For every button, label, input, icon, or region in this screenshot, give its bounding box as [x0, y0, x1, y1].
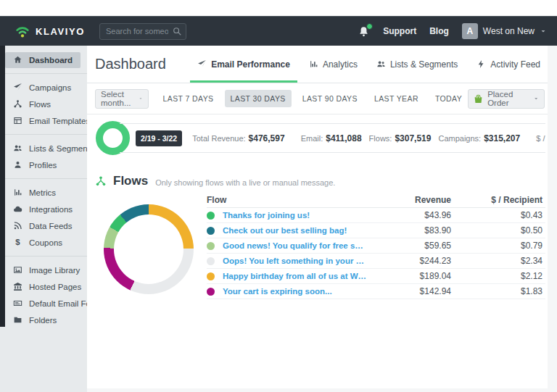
chevron-down-icon: [139, 95, 143, 102]
flow-per-recipient: $2.12: [451, 271, 545, 281]
month-select-value: Select month...: [101, 90, 134, 107]
stat-label: Email:: [301, 134, 323, 143]
send-icon: [197, 59, 207, 69]
sidebar-item-campaigns[interactable]: Campaigns: [5, 80, 81, 96]
sidebar-group: Image Library Hosted Pages Default Email…: [5, 256, 87, 328]
flows-section-header: Flows Only showing flows with a live or …: [87, 162, 548, 188]
home-icon: [13, 55, 23, 65]
notification-badge: [366, 23, 373, 30]
bank-icon: [13, 282, 23, 292]
table-row: Good news! You qualify for free shipping…: [207, 238, 545, 254]
sidebar-item-flows[interactable]: Flows: [5, 96, 81, 112]
sidebar-group: Metrics Integrations Data Feeds Coupons: [5, 178, 87, 251]
tab-lists-segments[interactable]: Lists & Segments: [376, 46, 458, 83]
sidebar-item-metrics[interactable]: Metrics: [5, 185, 81, 201]
flow-link[interactable]: Good news! You qualify for free shipping…: [223, 241, 368, 250]
account-menu[interactable]: A West on New: [462, 23, 547, 39]
image-icon: [13, 265, 23, 275]
tab-activity-feed[interactable]: Activity Feed: [476, 46, 540, 83]
blog-link[interactable]: Blog: [429, 26, 449, 36]
brand-name: KLAVIYO: [36, 26, 85, 37]
stat-value: $307,519: [395, 133, 431, 143]
month-select[interactable]: Select month...: [95, 89, 149, 109]
range-last-year[interactable]: LAST YEAR: [368, 90, 424, 107]
flow-link[interactable]: Happy birthday from all of us at West on…: [223, 272, 368, 280]
flows-subtitle: Only showing flows with a live or manual…: [155, 176, 335, 187]
flow-revenue: $189.04: [368, 271, 451, 281]
flow-color-dot: [207, 288, 215, 296]
account-name: West on New: [483, 26, 535, 36]
flow-per-recipient: $0.79: [451, 241, 545, 251]
search-icon: [172, 26, 182, 36]
sidebar-item-folders[interactable]: Folders: [5, 312, 81, 328]
stat-label: Campaigns:: [438, 134, 481, 143]
filter-bar: Select month... LAST 7 DAYSLAST 30 DAYSL…: [87, 83, 548, 114]
person-icon: [13, 160, 23, 170]
stat-label: Flows:: [369, 134, 392, 143]
flow-per-recipient: $2.34: [451, 256, 545, 266]
range-today[interactable]: TODAY: [429, 90, 468, 107]
flow-revenue: $244.23: [368, 256, 451, 266]
klaviyo-dashboard-page: KLAVIYO Support Blog A West on New Dashb…: [0, 0, 557, 392]
flow-icon: [95, 175, 107, 187]
people-icon: [13, 143, 23, 154]
klaviyo-logo[interactable]: KLAVIYO: [15, 23, 85, 39]
range-last-7-days[interactable]: LAST 7 DAYS: [157, 90, 220, 107]
date-range-badge: 2/19 - 3/22: [136, 130, 182, 146]
metric-select-value: Placed Order: [487, 90, 529, 107]
folder-icon: [13, 315, 23, 325]
sidebar-item-coupons[interactable]: Coupons: [5, 235, 81, 251]
flow-per-recipient: $0.43: [451, 210, 545, 220]
sidebar-item-profiles[interactable]: Profiles: [5, 157, 81, 173]
top-navbar: KLAVIYO Support Blog A West on New: [0, 16, 557, 46]
donut-hole: [114, 214, 183, 284]
bars-icon: [13, 188, 23, 198]
cloud-icon: [13, 204, 23, 214]
sidebar-item-integrations[interactable]: Integrations: [5, 201, 81, 217]
tab-analytics[interactable]: Analytics: [309, 46, 358, 83]
flow-revenue: $43.96: [368, 210, 451, 220]
stat-flows: Flows: $307,519: [369, 133, 432, 143]
flows-table: Flow Revenue $ / Recipient Thanks for jo…: [207, 193, 545, 299]
sidebar-item-data-feeds[interactable]: Data Feeds: [5, 218, 81, 234]
sidebar-nav: Dashboard Campaigns Flows Email Template…: [5, 46, 87, 328]
sidebar-group: Campaigns Flows Email Templates: [5, 73, 87, 129]
flow-link[interactable]: Your cart is expiring soon...: [223, 287, 332, 296]
support-link[interactable]: Support: [383, 26, 416, 36]
range-last-90-days[interactable]: LAST 90 DAYS: [297, 90, 363, 107]
col-per-recipient: $ / Recipient: [451, 195, 545, 205]
sidebar-item-hosted-pages[interactable]: Hosted Pages: [5, 279, 81, 295]
chevron-down-icon: [533, 95, 539, 102]
page-title: Dashboard: [95, 56, 166, 72]
page-top-margin: [0, 0, 557, 16]
flow-revenue: $83.90: [368, 225, 451, 235]
revenue-stats-bar: 2/19 - 3/22 Total Revenue: $476,597 Emai…: [120, 123, 545, 153]
flow-link[interactable]: Oops! You left something in your cart.: [223, 257, 368, 265]
sidebar-item-image-library[interactable]: Image Library: [5, 262, 81, 278]
flow-revenue: $142.94: [368, 286, 451, 296]
col-flow: Flow: [207, 195, 368, 205]
metric-select[interactable]: Placed Order: [468, 89, 545, 109]
bolt-icon: [476, 59, 486, 69]
sidebar-dark-rail: [0, 46, 5, 327]
flow-link[interactable]: Check out our best selling bag!: [223, 226, 347, 235]
sidebar-item-lists-segments[interactable]: Lists & Segments: [5, 141, 81, 157]
tab-email-performance[interactable]: Email Performance: [197, 46, 290, 83]
dollar-icon: [13, 238, 23, 248]
range-last-30-days[interactable]: LAST 30 DAYS: [225, 90, 292, 107]
revenue-summary: 2/19 - 3/22 Total Revenue: $476,597 Emai…: [87, 114, 548, 162]
flows-donut-chart: [104, 204, 194, 294]
notifications-bell[interactable]: [358, 25, 370, 38]
flow-color-dot: [207, 242, 215, 250]
table-row: Oops! You left something in your cart. $…: [207, 254, 545, 269]
sidebar-item-default-email-forms[interactable]: Default Email Forms: [5, 296, 81, 312]
form-icon: [13, 299, 23, 309]
flow-icon: [13, 99, 23, 109]
sidebar-item-email-templates[interactable]: Email Templates: [5, 113, 81, 129]
sidebar-item-dashboard[interactable]: Dashboard: [5, 52, 81, 68]
table-row: Check out our best selling bag! $83.90 $…: [207, 223, 545, 238]
table-row: Happy birthday from all of us at West on…: [207, 269, 545, 284]
shopping-bag-icon: [474, 94, 483, 104]
main-header: Dashboard Email Performance Analytics Li…: [87, 46, 548, 83]
flow-link[interactable]: Thanks for joining us!: [223, 211, 310, 220]
